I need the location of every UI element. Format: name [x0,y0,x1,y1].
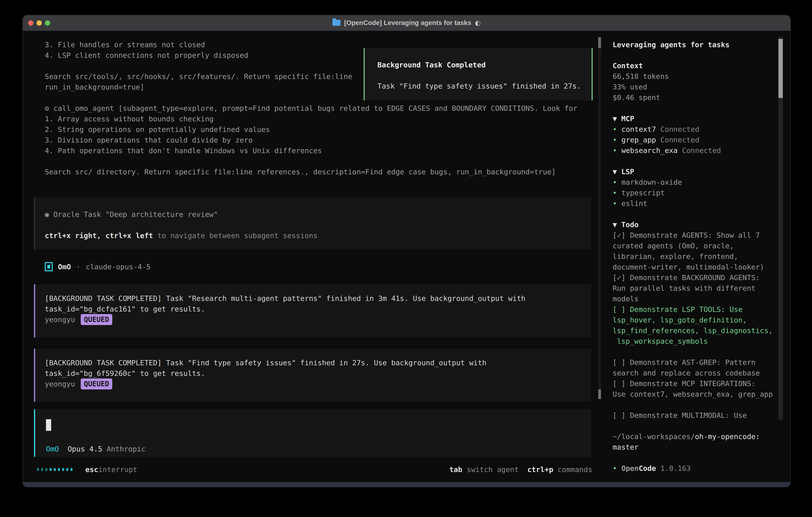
mcp-item-status: Connected [660,125,699,133]
desktop: [OpenCode] Leveraging agents for tasks ◐… [0,0,812,517]
bullet-icon: • [613,188,621,198]
main-scrollbar[interactable] [598,37,601,399]
folder-icon [332,20,341,26]
spinner-dot [41,468,43,471]
oracle-hint-line: ctrl+x right, ctrl+x left to navigate be… [45,230,591,241]
spinner-dots-icon [37,468,72,471]
main-scrollbar-thumb[interactable] [598,37,601,48]
spinner-dot [58,468,60,471]
task-user: yeongyu [45,314,75,325]
status-badge: QUEUED [81,314,112,325]
todo-line: [ ] Demonstrate MCP INTEGRATIONS: [613,378,778,389]
workspace-path-prefix: ~/local-workspaces/ [613,432,695,441]
gear-icon: ⚙ [45,104,49,112]
bullet-icon: • [613,135,621,145]
main-scrollbar-thumb[interactable] [598,389,601,399]
todo-header-text: Todo [621,220,639,229]
workspace-branch: master [613,442,778,453]
agent-square-fill [47,265,50,269]
workspace-path: ~/local-workspaces/oh-my-opencode: maste… [613,431,778,453]
text-cursor [46,419,51,431]
toast-body: Task "Find type safety issues" finished … [377,81,591,91]
todo-section: ▼ Todo [✓] Demonstrate AGENTS: Show all … [613,219,778,420]
chevron-down-icon: ▼ [613,220,617,229]
todo-line-active: lsp_workspace_symbols [613,336,778,347]
lsp-item-name: typescript [621,189,665,197]
sidebar-scrollbar[interactable] [778,37,783,420]
prompt-input[interactable]: OmO Opus 4.5 Anthropic [34,409,591,457]
mcp-section: ▼ MCP •context7 Connected •grep_app Conn… [613,113,778,156]
app-version: •OpenCode 1.0.163 [613,463,778,473]
task-user: yeongyu [45,379,75,389]
agent-model: claude-opus-4-5 [86,262,151,272]
spinner-dot [66,468,68,471]
lsp-item-name: eslint [621,199,647,208]
agent-name: OmO [58,262,71,272]
mcp-item: •websearch_exa Connected [613,145,778,156]
lsp-item: •markdown-oxide [613,177,778,188]
close-button[interactable] [28,20,33,26]
window-title-text: [OpenCode] Leveraging agents for tasks [344,19,471,27]
workspace-repo: oh-my-opencode: [695,432,760,441]
todo-line: Run parallel tasks with different [613,283,778,294]
task-line-1: [BACKGROUND TASK COMPLETED] Task "Resear… [45,293,591,304]
context-spent: $0.46 spent [613,92,778,103]
input-provider: Anthropic [107,445,145,453]
todo-line-active: lsp_hover, lsp_goto_definition, [613,315,778,325]
todo-line: librarian, explore, frontend, [613,251,778,262]
esc-hint-label: interrupt [98,464,137,475]
workspace-line: ~/local-workspaces/oh-my-opencode: [613,431,778,442]
esc-key-hint: esc [85,464,98,475]
mcp-section-header[interactable]: ▼ MCP [613,113,778,124]
todo-line: [ ] Demonstrate AST-GREP: Pattern [613,357,778,368]
window-titlebar[interactable]: [OpenCode] Leveraging agents for tasks ◐ [23,15,791,31]
transcript-line: 2. String operations on potentially unde… [45,124,596,135]
mcp-item: •grep_app Connected [613,135,778,145]
todo-line-active: [ ] Demonstrate LSP TOOLS: Use [613,304,778,315]
lsp-item-name: markdown-oxide [621,178,682,186]
chevron-down-icon: ▼ [613,167,617,176]
maximize-button[interactable] [45,20,50,26]
input-model: Opus 4.5 [67,445,102,453]
item-gap [656,125,660,133]
separator-dot: · [76,262,81,272]
mcp-item-status: Connected [682,146,721,155]
version-gap [656,464,660,472]
mcp-item: •context7 Connected [613,124,778,135]
model-row-gap2 [102,445,107,453]
bullet-icon: • [613,198,621,209]
context-tokens: 66,518 tokens [613,71,778,82]
minimize-button[interactable] [36,20,42,26]
task-meta-row: yeongyu QUEUED [45,314,591,325]
todo-line: models [613,294,778,304]
item-gap [678,146,682,155]
oracle-title-text: Oracle Task "Deep architecture review" [49,210,218,219]
version-number: 1.0.163 [660,464,691,472]
mcp-item-name: context7 [621,125,656,133]
oracle-hint-text: to navigate between subagent sessions [153,232,318,240]
transcript-line: 4. Path operations that don't handle Win… [45,145,596,156]
todo-line: [✓] Demonstrate AGENTS: Show all 7 [613,230,778,241]
hint-gap [519,465,527,473]
transcript-line: 3. Division operations that could divide… [45,135,596,145]
toast-title: Background Task Completed [377,60,591,70]
spinner-dot [70,468,72,471]
todo-gap [613,400,778,410]
app-name-bright: Code [639,464,656,472]
spinner-dot [37,468,39,471]
bullet-icon: • [613,463,621,473]
sidebar-scrollbar-thumb[interactable] [778,39,783,98]
todo-line: search and replace across codebase [613,368,778,378]
todo-line-active: lsp_find_references, lsp_diagnostics, [613,325,778,336]
lsp-section-header[interactable]: ▼ LSP [613,166,778,177]
header-gap [617,167,621,176]
oracle-spacer [45,220,591,230]
half-circle-icon: ◐ [475,19,481,27]
session-title: Leveraging agents for tasks [613,39,778,50]
todo-section-header[interactable]: ▼ Todo [613,219,778,230]
oracle-task-box: ◉ Oracle Task "Deep architecture review"… [34,197,591,249]
item-gap [656,136,660,144]
todo-gap [613,347,778,357]
mcp-header-text: MCP [621,114,634,123]
bullet-icon: • [613,124,621,135]
